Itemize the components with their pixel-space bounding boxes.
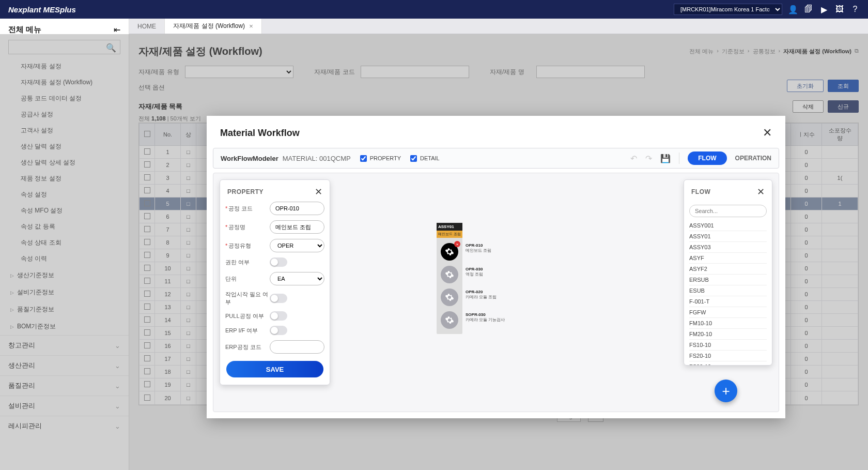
flow-panel-title: FLOW [691,188,710,195]
play-icon[interactable]: ▶ [819,5,829,14]
modal-title: Material Workflow [220,128,300,139]
property-close-icon[interactable]: ✕ [315,186,322,198]
modal-material-workflow: Material Workflow ✕ WorkFlowModeler MATE… [207,116,785,418]
brand-logo: Nexplant MESplus [8,5,76,14]
flow-item[interactable]: FGFW [689,307,767,318]
workflow-node[interactable]: ×OPR-010메인보드 조립 [441,243,458,261]
prop-code-input[interactable] [270,202,324,215]
modeler-material: MATERIAL: 001QCMP [283,155,351,162]
property-panel: PROPERTY ✕ *공정 코드 *공정명 *공정유형 OPER [220,179,330,385]
prop-unit-select[interactable]: EA [270,272,324,285]
modal-close-icon[interactable]: ✕ [763,126,772,140]
flow-item[interactable]: FS30-10 [689,361,767,365]
user-icon[interactable]: 👤 [788,5,798,14]
property-panel-title: PROPERTY [227,188,264,195]
flow-item[interactable]: FS10-10 [689,340,767,351]
flow-item[interactable]: FM20-10 [689,329,767,340]
flow-panel: FLOW ✕ ASSY001ASSY01ASSY03ASYFASYF2ERSUB… [684,179,772,366]
flow-item[interactable]: FM10-10 [689,318,767,329]
flow-search-input[interactable] [689,205,767,217]
modeler-name: WorkFlowModeler [221,155,278,162]
flow-item[interactable]: F-001-T [689,296,767,307]
flow-item[interactable]: ASYF2 [689,264,767,275]
redo-icon[interactable]: ↷ [645,154,652,163]
prop-name-input[interactable] [270,220,324,234]
prop-perm-toggle[interactable] [270,257,287,267]
tab-home[interactable]: HOME [129,19,165,34]
prop-erpcode-input[interactable] [270,340,324,354]
flow-close-icon[interactable]: ✕ [757,186,765,198]
sidebar-title: 전체 메뉴 [8,25,41,35]
workflow-group[interactable]: ASSY01 메인보드 조립 ×OPR-010메인보드 조립OPR-030액정 … [437,223,462,334]
flow-item[interactable]: FS20-10 [689,351,767,361]
chk-property[interactable]: PROPERTY [360,155,401,162]
workflow-node[interactable]: OPR-030액정 조립 [441,266,458,283]
flow-button[interactable]: FLOW [688,151,726,165]
prop-pull-toggle[interactable] [270,311,287,321]
prop-erp-toggle[interactable] [270,326,287,335]
flow-item[interactable]: ERSUB [689,275,767,285]
help-icon[interactable]: ? [850,5,860,14]
workflow-node[interactable]: OPR-020카메라 모듈 조립 [441,289,458,306]
undo-icon[interactable]: ↶ [630,154,637,163]
tabbar: HOME 자재/제품 설정 (Workflow) × [0,19,868,34]
modeler-bar: WorkFlowModeler MATERIAL: 001QCMP PROPER… [213,148,779,169]
prop-start-toggle[interactable] [270,294,287,303]
workflow-node[interactable]: SOPR-030카메라 모듈 기능검사 [441,311,458,329]
flow-item[interactable]: ASSY03 [689,242,767,253]
topbar: Nexplant MESplus [MRCKR01]Miracom Korea … [0,0,868,19]
workflow-canvas[interactable]: PROPERTY ✕ *공정 코드 *공정명 *공정유형 OPER [213,173,779,412]
copy-icon[interactable]: 🗐 [804,5,813,14]
flow-item[interactable]: ASSY001 [689,220,767,231]
operation-tab[interactable]: OPERATION [735,155,771,162]
image-icon[interactable]: 🖼 [835,5,844,14]
flow-item[interactable]: ESUB [689,285,767,296]
save-button[interactable]: SAVE [226,361,323,377]
save-icon[interactable]: 💾 [660,154,671,163]
chk-detail[interactable]: DETAIL [410,155,440,162]
flow-item[interactable]: ASYF [689,253,767,264]
flow-item[interactable]: ASSY01 [689,231,767,242]
delete-node-icon[interactable]: × [454,241,460,247]
factory-select[interactable]: [MRCKR01]Miracom Korea 1 Factory [674,4,782,15]
add-fab[interactable]: + [715,380,737,402]
prop-type-select[interactable]: OPER [270,239,324,252]
close-icon[interactable]: × [249,22,253,30]
tab-workflow[interactable]: 자재/제품 설정 (Workflow) × [165,19,262,34]
collapse-icon[interactable]: ⇤ [114,25,120,35]
